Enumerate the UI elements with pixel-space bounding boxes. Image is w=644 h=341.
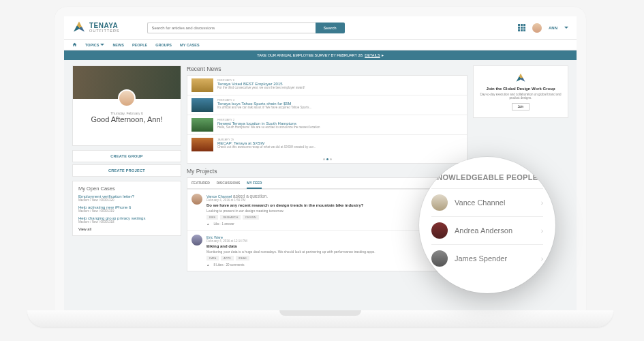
- tag[interactable]: IDEAS: [236, 256, 249, 261]
- news-item[interactable]: FEBRUARY 6 Tenaya Voted BEST Employer 20…: [187, 76, 467, 95]
- tab-featured[interactable]: FEATURED: [191, 178, 210, 188]
- logo-icon: [72, 21, 86, 35]
- my-projects-title: My Projects: [187, 168, 467, 175]
- search-input[interactable]: [147, 23, 316, 33]
- user-avatar-large: [118, 89, 136, 107]
- person-item[interactable]: Andrea Anderson ›: [431, 216, 543, 244]
- person-avatar: [431, 250, 448, 267]
- apps-grid-icon[interactable]: [518, 24, 525, 31]
- announcement-banner: TAKE OUR ANNUAL EMPLOYEE SURVEY BY FEBRU…: [64, 50, 577, 60]
- create-group-button[interactable]: CREATE GROUP: [72, 150, 181, 162]
- person-avatar: [431, 194, 448, 211]
- nav-home-icon[interactable]: [72, 42, 77, 47]
- knowledgeable-people-title: KNOWLEDGEABLE PEOPLE: [431, 173, 543, 181]
- hero-greeting: Good Afternoon, Ann!: [91, 115, 162, 124]
- news-item[interactable]: FEBRUARY 2 Newest Tenaya location in Sou…: [187, 115, 467, 134]
- news-thumb: [191, 98, 213, 112]
- join-button[interactable]: Join: [512, 103, 530, 110]
- nav-news[interactable]: NEWS: [112, 43, 124, 47]
- person-item[interactable]: Vance Channel ›: [431, 188, 543, 216]
- feed-avatar[interactable]: [191, 194, 202, 205]
- brand-logo[interactable]: TENAYA OUTFITTERS: [72, 21, 120, 35]
- chevron-right-icon: ›: [541, 227, 543, 235]
- group-logo-icon: [515, 73, 526, 84]
- brand-sub: OUTFITTERS: [89, 29, 120, 33]
- nav-topics[interactable]: TOPICS: [85, 42, 104, 48]
- tab-discussions[interactable]: DISCUSSIONS: [217, 178, 240, 188]
- tag[interactable]: BIKE: [206, 215, 218, 220]
- news-thumb: [191, 118, 213, 132]
- person-item[interactable]: James Spender ›: [431, 244, 543, 272]
- nav-groups[interactable]: GROUPS: [155, 43, 172, 47]
- recent-news-title: Recent News: [187, 65, 467, 72]
- user-avatar[interactable]: [532, 23, 542, 33]
- laptop-base: [27, 310, 613, 327]
- nav-people[interactable]: PEOPLE: [132, 43, 147, 47]
- case-item[interactable]: Employment verification letter? Medium /…: [78, 194, 175, 202]
- case-item[interactable]: Help activating new iPhone 6 Medium / Ne…: [78, 205, 175, 213]
- tag[interactable]: DESIGN: [243, 215, 258, 220]
- view-all-link[interactable]: View all: [78, 227, 175, 231]
- like-button[interactable]: ▲: [206, 222, 209, 226]
- chevron-right-icon: ›: [541, 199, 543, 207]
- panel-title: My Open Cases: [78, 186, 175, 192]
- user-name-label[interactable]: ANN: [549, 26, 557, 30]
- chevron-right-icon: ›: [541, 255, 543, 263]
- banner-details-link[interactable]: DETAILS: [365, 53, 380, 57]
- feed-avatar[interactable]: [191, 235, 202, 246]
- tag[interactable]: RESEARCH: [220, 215, 241, 220]
- case-item[interactable]: Help changing group privacy settings Med…: [78, 216, 175, 224]
- chevron-down-icon: [100, 44, 104, 48]
- greeting-card: Thursday, February 6 Good Afternoon, Ann…: [72, 65, 181, 146]
- news-thumb: [191, 78, 213, 92]
- tag[interactable]: APPS: [221, 256, 234, 261]
- nav-mycases[interactable]: MY CASES: [180, 43, 200, 47]
- like-button[interactable]: ▲: [206, 263, 209, 267]
- news-thumb: [191, 138, 213, 151]
- my-open-cases-panel: My Open Cases Employment verification le…: [72, 181, 181, 236]
- create-project-button[interactable]: CREATE PROJECT: [72, 164, 181, 177]
- news-item[interactable]: JANUARY 29 RECAP: Tenaya at SXSW Check o…: [187, 134, 467, 154]
- tab-myfeed[interactable]: MY FEED: [247, 178, 262, 189]
- group-card: Join the Global Design Work Group Day-to…: [473, 65, 568, 118]
- magnified-panel: KNOWLEDGEABLE PEOPLE Vance Channel › And…: [419, 157, 555, 293]
- person-avatar: [431, 222, 448, 239]
- chevron-down-icon[interactable]: [564, 27, 568, 31]
- news-item[interactable]: FEBRUARY 4 Tenaya buys Tahoe Sports chai…: [187, 95, 467, 115]
- tag[interactable]: DATA: [206, 256, 219, 261]
- news-list: FEBRUARY 6 Tenaya Voted BEST Employer 20…: [187, 75, 467, 164]
- search-button[interactable]: Search: [316, 23, 345, 33]
- pagination-dots[interactable]: [187, 154, 467, 163]
